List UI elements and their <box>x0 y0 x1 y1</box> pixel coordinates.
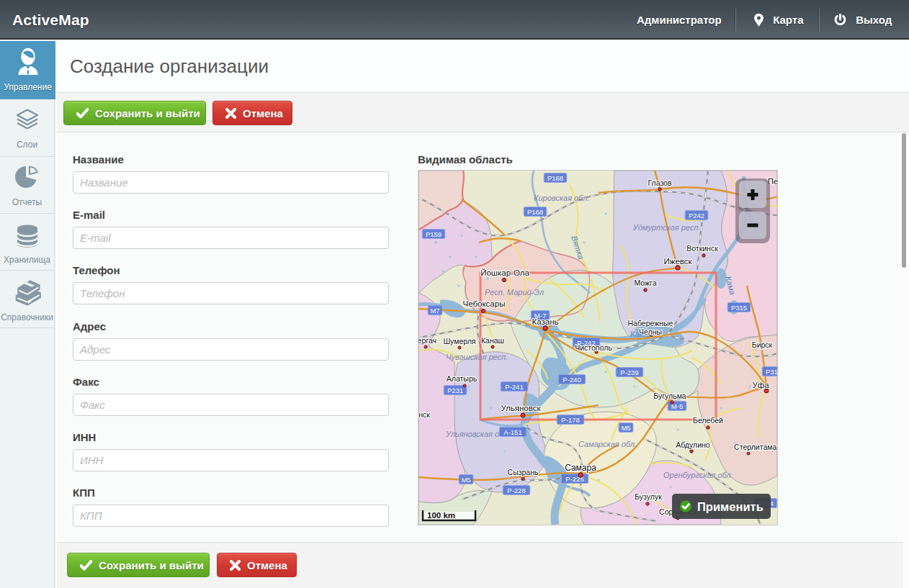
svg-text:М7: М7 <box>430 307 439 315</box>
svg-text:Алатырь: Алатырь <box>447 374 478 383</box>
svg-text:Удмуртская респ.: Удмуртская респ. <box>632 223 701 232</box>
svg-text:Сергач: Сергач <box>418 336 436 345</box>
svg-text:Р-239: Р-239 <box>620 368 638 376</box>
svg-text:Казань: Казань <box>532 317 559 326</box>
svg-text:Респ. Марий-Эл: Респ. Марий-Эл <box>485 288 544 297</box>
svg-text:Чувашская респ.: Чувашская респ. <box>446 353 508 361</box>
svg-text:Набережные: Набережные <box>628 319 673 327</box>
svg-text:Бузулук: Бузулук <box>635 492 662 501</box>
svg-text:Р315: Р315 <box>731 304 747 312</box>
svg-text:Бугульма: Бугульма <box>653 392 686 400</box>
svg-text:Абдулино: Абдулино <box>676 440 709 449</box>
svg-text:Воткинск: Воткинск <box>686 244 718 253</box>
svg-text:Р168: Р168 <box>547 174 563 182</box>
svg-text:Р-241: Р-241 <box>505 383 523 391</box>
svg-text:Самарская обл.: Самарская обл. <box>578 440 637 448</box>
svg-text:100 km: 100 km <box>427 511 455 520</box>
svg-text:Р-228: Р-228 <box>507 487 525 494</box>
svg-text:Кировская обл.: Кировская обл. <box>534 194 589 202</box>
svg-text:Применить: Применить <box>697 500 764 513</box>
svg-text:Р159: Р159 <box>426 230 442 238</box>
svg-text:Чистополь: Чистополь <box>575 343 612 352</box>
svg-text:Бирск: Бирск <box>752 340 773 349</box>
svg-text:Уфа: Уфа <box>752 381 769 389</box>
svg-text:Можга: Можга <box>634 279 656 287</box>
svg-text:Оренбургская обл.: Оренбургская обл. <box>663 471 733 479</box>
svg-text:Йошкар-Ола: Йошкар-Ола <box>480 268 529 277</box>
svg-text:М5: М5 <box>461 476 470 484</box>
svg-text:Шумерля: Шумерля <box>443 337 475 345</box>
svg-text:Глазов: Глазов <box>648 178 671 187</box>
svg-text:Челны: Челны <box>639 327 662 336</box>
svg-text:А-151: А-151 <box>503 428 521 436</box>
svg-text:М5: М5 <box>621 424 630 432</box>
svg-text:Канаш: Канаш <box>481 336 504 345</box>
svg-text:Ульяновск: Ульяновск <box>501 404 542 412</box>
svg-text:Р231: Р231 <box>447 386 463 394</box>
svg-text:Р-240: Р-240 <box>563 376 581 384</box>
svg-text:Чебоксары: Чебоксары <box>463 299 506 308</box>
svg-text:Р-178: Р-178 <box>561 416 579 424</box>
svg-text:Р168: Р168 <box>527 208 543 216</box>
svg-text:Стерлитамак: Стерлитамак <box>734 443 777 451</box>
svg-text:Сызрань: Сызрань <box>508 468 539 476</box>
svg-text:Ижевск: Ижевск <box>663 257 692 266</box>
svg-text:Самара: Самара <box>565 463 596 473</box>
svg-text:нск: нск <box>418 410 430 419</box>
svg-text:Белебей: Белебей <box>693 416 723 425</box>
svg-text:Р242: Р242 <box>689 212 704 220</box>
svg-text:Р315: Р315 <box>766 368 777 376</box>
